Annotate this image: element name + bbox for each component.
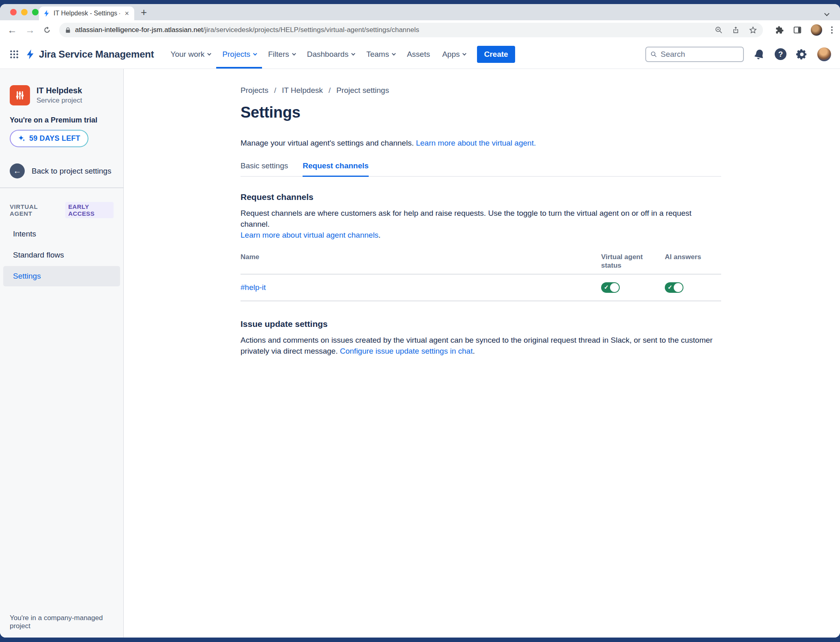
request-channels-description: Request channels are where customers ask… bbox=[241, 208, 721, 240]
url-text: atlassian-intelligence-for-jsm.atlassian… bbox=[75, 26, 711, 34]
chevron-down-icon bbox=[392, 52, 396, 56]
search-input[interactable] bbox=[661, 50, 739, 59]
toolbar-right bbox=[775, 24, 833, 36]
nav-item-projects[interactable]: Projects bbox=[216, 40, 262, 69]
sidebar-item-intents[interactable]: Intents bbox=[3, 224, 120, 244]
nav-item-filters[interactable]: Filters bbox=[262, 40, 301, 69]
chevron-down-icon bbox=[207, 52, 211, 56]
browser-toolbar: ← → atlassian-intelligence-for-jsm.atlas… bbox=[0, 20, 840, 40]
tab-title: IT Helpdesk - Settings - Servic bbox=[54, 10, 120, 17]
browser-window: IT Helpdesk - Settings - Servic × + ← → … bbox=[0, 4, 840, 638]
learn-more-virtual-agent-link[interactable]: Learn more about the virtual agent. bbox=[416, 139, 536, 147]
tab-search-chevron-icon[interactable] bbox=[825, 10, 829, 17]
app-top-nav: Jira Service Management Your work Projec… bbox=[0, 40, 840, 69]
table-row: #help-it ✓ ✓ bbox=[241, 275, 721, 301]
nav-item-your-work[interactable]: Your work bbox=[165, 40, 217, 69]
nav-item-dashboards[interactable]: Dashboards bbox=[301, 40, 360, 69]
new-tab-button[interactable]: + bbox=[141, 6, 147, 19]
channels-table: Name Virtual agent status AI answers #he… bbox=[241, 253, 721, 301]
url-host: atlassian-intelligence-for-jsm.atlassian… bbox=[75, 26, 203, 34]
user-avatar[interactable] bbox=[817, 47, 831, 61]
page-title: Settings bbox=[241, 104, 721, 121]
project-avatar-icon bbox=[10, 85, 30, 105]
browser-profile-avatar[interactable] bbox=[811, 24, 822, 36]
side-panel-icon[interactable] bbox=[793, 26, 802, 34]
primary-nav: Your work Projects Filters Dashboards Te… bbox=[165, 40, 472, 69]
window-controls bbox=[10, 9, 39, 15]
browser-back-button[interactable]: ← bbox=[7, 25, 17, 35]
breadcrumb-it-helpdesk[interactable]: IT Helpdesk bbox=[282, 86, 323, 95]
tab-request-channels[interactable]: Request channels bbox=[303, 161, 369, 177]
chevron-down-icon bbox=[462, 52, 466, 56]
check-icon: ✓ bbox=[604, 284, 609, 290]
project-header: IT Helpdesk Service project bbox=[0, 85, 123, 105]
tab-basic-settings[interactable]: Basic settings bbox=[241, 161, 288, 177]
ai-answers-toggle[interactable]: ✓ bbox=[665, 282, 683, 293]
urlbar-actions bbox=[715, 26, 757, 34]
column-name: Name bbox=[241, 253, 601, 270]
channels-table-header: Name Virtual agent status AI answers bbox=[241, 253, 721, 275]
configure-issue-update-link[interactable]: Configure issue update settings in chat bbox=[340, 347, 473, 355]
channel-name-link[interactable]: #help-it bbox=[241, 283, 601, 292]
brand-name: Jira Service Management bbox=[39, 49, 154, 60]
search-icon bbox=[650, 50, 657, 58]
url-path: /jira/servicedesk/projects/HELP/settings… bbox=[203, 26, 419, 34]
virtual-agent-status-toggle[interactable]: ✓ bbox=[601, 282, 620, 293]
sidebar-divider bbox=[0, 187, 123, 188]
early-access-badge: EARLY ACCESS bbox=[65, 202, 114, 218]
browser-tab-strip: IT Helpdesk - Settings - Servic × + bbox=[0, 4, 840, 20]
check-icon: ✓ bbox=[668, 284, 672, 290]
sidebar-footer-note: You're in a company-managed project bbox=[10, 614, 123, 630]
column-virtual-agent-status: Virtual agent status bbox=[601, 253, 646, 270]
reload-icon[interactable] bbox=[43, 26, 51, 34]
issue-update-description: Actions and comments on issues created b… bbox=[241, 335, 721, 356]
settings-tabs: Basic settings Request channels bbox=[241, 161, 721, 177]
sidebar-menu: Intents Standard flows Settings bbox=[0, 224, 123, 286]
close-window-button[interactable] bbox=[10, 9, 17, 15]
trial-days-button[interactable]: 59 DAYS LEFT bbox=[10, 130, 88, 147]
lock-icon bbox=[65, 27, 71, 33]
chevron-down-icon bbox=[292, 52, 296, 56]
browser-menu-icon[interactable] bbox=[831, 26, 833, 34]
browser-forward-button[interactable]: → bbox=[25, 25, 35, 35]
learn-more-channels-link[interactable]: Learn more about virtual agent channels bbox=[241, 231, 378, 239]
back-to-project-settings[interactable]: ← Back to project settings bbox=[0, 163, 123, 178]
settings-gear-icon[interactable] bbox=[796, 49, 808, 60]
back-arrow-icon: ← bbox=[10, 163, 25, 178]
request-channels-heading: Request channels bbox=[241, 192, 721, 202]
tab-close-icon[interactable]: × bbox=[123, 9, 130, 18]
nav-item-apps[interactable]: Apps bbox=[436, 40, 471, 69]
virtual-agent-section-label: VIRTUAL AGENT bbox=[10, 203, 55, 217]
sidebar-item-settings[interactable]: Settings bbox=[3, 266, 120, 286]
help-icon[interactable]: ? bbox=[775, 48, 786, 60]
maximize-window-button[interactable] bbox=[32, 9, 39, 15]
url-bar[interactable]: atlassian-intelligence-for-jsm.atlassian… bbox=[59, 23, 763, 37]
intro-text: Manage your virtual agent's settings and… bbox=[241, 137, 721, 148]
nav-item-assets[interactable]: Assets bbox=[401, 40, 436, 69]
share-icon[interactable] bbox=[732, 26, 740, 34]
breadcrumb: Projects / IT Helpdesk / Project setting… bbox=[241, 86, 721, 95]
chevron-down-icon bbox=[253, 52, 257, 56]
sparkle-icon bbox=[18, 135, 26, 142]
notifications-bell-icon[interactable] bbox=[754, 49, 765, 60]
create-button[interactable]: Create bbox=[477, 46, 515, 63]
global-search[interactable] bbox=[645, 47, 744, 62]
zoom-icon[interactable] bbox=[715, 26, 723, 34]
column-ai-answers: AI answers bbox=[665, 253, 721, 270]
nav-item-teams[interactable]: Teams bbox=[360, 40, 401, 69]
sidebar-item-standard-flows[interactable]: Standard flows bbox=[3, 245, 120, 265]
breadcrumb-projects[interactable]: Projects bbox=[241, 86, 269, 95]
trial-days-label: 59 DAYS LEFT bbox=[29, 134, 80, 143]
breadcrumb-project-settings[interactable]: Project settings bbox=[336, 86, 389, 95]
extensions-puzzle-icon[interactable] bbox=[775, 26, 784, 34]
minimize-window-button[interactable] bbox=[21, 9, 28, 15]
project-sidebar: IT Helpdesk Service project You're on a … bbox=[0, 69, 124, 638]
app-switcher-icon[interactable] bbox=[9, 49, 19, 60]
bookmark-star-icon[interactable] bbox=[749, 26, 757, 34]
chevron-down-icon bbox=[351, 52, 355, 56]
trial-text: You're on a Premium trial bbox=[0, 116, 123, 125]
browser-tab[interactable]: IT Helpdesk - Settings - Servic × bbox=[39, 6, 134, 20]
app-logo[interactable]: Jira Service Management bbox=[25, 49, 154, 60]
main-content: Projects / IT Helpdesk / Project setting… bbox=[124, 69, 840, 638]
project-name: IT Helpdesk bbox=[37, 86, 82, 95]
